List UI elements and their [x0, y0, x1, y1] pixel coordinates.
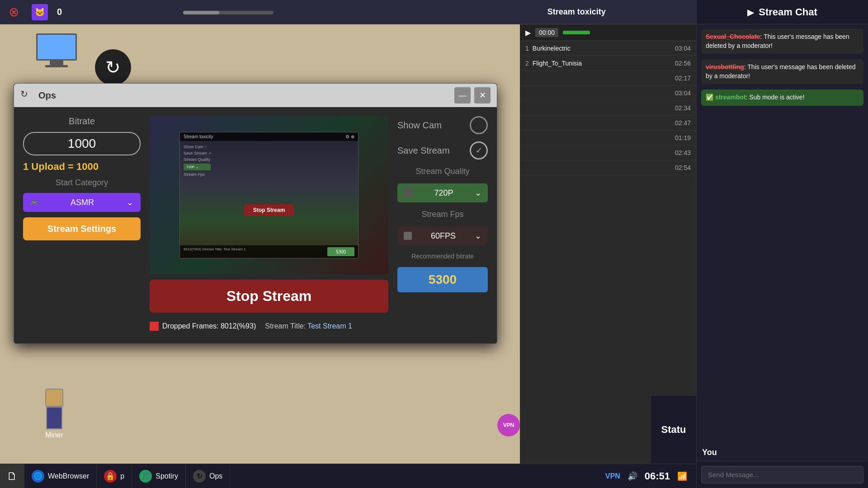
chat-play-icon: ▶	[747, 7, 754, 18]
p-app-icon: 🔒	[104, 470, 117, 483]
close-button[interactable]: ✕	[474, 87, 491, 103]
nested-quality-value: 720P ⌄	[184, 164, 211, 170]
dropped-frames-indicator	[150, 322, 159, 331]
main-area: ↻ Miner ▶ 00:00 1Burkinelectric 03:04 2F…	[0, 24, 696, 464]
dropped-frames: Dropped Frames: 8012(%93)	[150, 322, 256, 331]
miner-head	[45, 389, 63, 407]
stream-list-item-7[interactable]: 01:19	[520, 131, 696, 145]
taskbar-item-webbrowser[interactable]: 🌐 WebBrowser	[24, 464, 97, 488]
ops-window-controls: — ✕	[454, 87, 491, 103]
stream-list-play-icon[interactable]: ▶	[525, 28, 531, 37]
toxicity-bar-fill	[183, 11, 219, 14]
stream-title-label: Stream Title:	[265, 322, 307, 330]
ops-title-left: ↻ Ops	[20, 89, 56, 102]
dropped-frames-text: Dropped Frames: 8012(%93)	[162, 322, 256, 330]
stream-chat-header: ▶ Stream Chat	[697, 0, 868, 24]
stream-list-item-8[interactable]: 02:43	[520, 145, 696, 160]
stream-list-header: ▶ 00:00	[520, 24, 696, 41]
you-label: You	[697, 444, 868, 461]
stream-settings-button[interactable]: Stream Settings	[23, 217, 141, 240]
stream-list-item-2[interactable]: 2Flight_To_Tunisia 02:56	[520, 56, 696, 71]
nested-fps-bar: 5300	[327, 247, 354, 256]
vpn-tray-label[interactable]: VPN	[605, 472, 620, 480]
ops-right-panel: Show Cam Save Stream Stream Quality 720P…	[397, 116, 488, 334]
start-category-label: Start Category	[23, 178, 141, 188]
stream-chat-title: Stream Chat	[759, 6, 817, 18]
monitor-screen	[36, 33, 77, 61]
system-time: 06:51	[645, 470, 670, 482]
nested-bottom: 8012(%93) Stream Title: Test Stream 1 53…	[180, 245, 358, 258]
taskbar: 🗋 🌐 WebBrowser 🔒 p 🎵 Spotiry ↻ Ops	[0, 464, 696, 488]
stream-list-item-3[interactable]: 02:17	[520, 71, 696, 86]
recommended-bitrate-value: 5300	[397, 267, 488, 292]
recommended-label: Recommended bitrate	[397, 253, 488, 260]
chat-input-area[interactable]	[697, 461, 868, 488]
nested-topbar: Stream toxicity ⚙ ⊗	[180, 132, 358, 141]
status-label: Statu	[661, 424, 686, 436]
nested-icons: ⚙ ⊗	[345, 134, 354, 139]
ops-window: ↻ Ops — ✕ Bitrate 1 Upload = 1000 Start …	[14, 83, 497, 344]
nested-fps-label: Stream Fps	[184, 172, 354, 177]
stream-list-item-1[interactable]: 1Burkinelectric 03:04	[520, 41, 696, 56]
chat-input[interactable]	[701, 466, 863, 483]
quality-dropdown[interactable]: 720P ⌄	[397, 183, 488, 202]
chat-message-3: ✅ streambot: Sub mode is active!	[701, 89, 863, 106]
stream-list-item-4[interactable]: 03:04	[520, 86, 696, 101]
p-label: p	[120, 472, 124, 480]
fps-value: 60FPS	[431, 231, 456, 241]
chat-bubble-1: Sexual_Chocolate: This user's message ha…	[701, 29, 863, 54]
stream-fps-label: Stream Fps	[397, 210, 488, 219]
category-dropdown[interactable]: 🎮 ASMR ⌄	[23, 193, 141, 212]
chat-messages: Sexual_Chocolate: This user's message ha…	[697, 24, 868, 444]
fps-dropdown[interactable]: 60FPS ⌄	[397, 226, 488, 245]
dropdown-chevron-icon: ⌄	[127, 197, 133, 207]
quality-icon	[404, 188, 413, 197]
taskbar-item-p[interactable]: 🔒 p	[97, 464, 132, 488]
stream-list-item-5[interactable]: 02:34	[520, 101, 696, 116]
bitrate-input[interactable]	[23, 132, 141, 155]
status-section: Statu	[651, 396, 696, 464]
chat-bubble-2: virusbottling: This user's message has b…	[701, 59, 863, 84]
tray-misc-icon[interactable]: 📶	[677, 471, 687, 481]
minimize-button[interactable]: —	[454, 87, 471, 103]
taskbar-start-button[interactable]: 🗋	[0, 464, 24, 488]
miner-body	[46, 407, 62, 429]
chat-username-3: streambot	[715, 94, 746, 101]
vpn-label: VPN	[503, 422, 514, 428]
stream-progress-bar	[563, 31, 590, 34]
nested-stop-button[interactable]: Stop Stream	[244, 204, 294, 216]
stop-stream-button[interactable]: Stop Stream	[150, 280, 388, 313]
monitor-base	[45, 65, 68, 67]
ops-desktop-icon[interactable]: ↻	[95, 49, 131, 85]
stream-quality-label: Stream Quality	[397, 167, 488, 176]
nested-save-text: Save Stream ✓	[184, 151, 354, 155]
cat-icon: 🐱	[32, 4, 48, 20]
show-cam-label: Show Cam	[397, 120, 442, 131]
stream-list-item-6[interactable]: 02:47	[520, 116, 696, 131]
upload-rate: 1 Upload = 1000	[23, 161, 141, 173]
save-stream-row: Save Stream	[397, 141, 488, 160]
webbrowser-icon: 🌐	[32, 470, 44, 483]
save-stream-toggle[interactable]	[470, 141, 488, 160]
no-signal-icon: ⊗	[5, 3, 23, 21]
show-cam-toggle[interactable]	[470, 116, 488, 134]
nested-preview: Stream toxicity ⚙ ⊗ Show Cam ○ Save Stre…	[179, 132, 359, 258]
volume-icon[interactable]: 🔊	[627, 471, 637, 481]
taskbar-item-ops[interactable]: ↻ Ops	[186, 464, 230, 488]
chat-username-1: Sexual_Chocolate	[706, 33, 760, 40]
toxicity-bar	[183, 11, 274, 14]
taskbar-item-spotiry[interactable]: 🎵 Spotiry	[132, 464, 186, 488]
stream-list-item-9[interactable]: 02:54	[520, 160, 696, 175]
vpn-avatar[interactable]: VPN	[497, 414, 520, 436]
ops-content: Bitrate 1 Upload = 1000 Start Category 🎮…	[14, 107, 497, 343]
system-tray: VPN 🔊 06:51 📶	[596, 464, 696, 488]
ops-middle-panel: Stream toxicity ⚙ ⊗ Show Cam ○ Save Stre…	[150, 116, 388, 334]
ops-icon: ↻	[193, 470, 206, 483]
monitor-stand	[50, 61, 63, 65]
spotiry-icon: 🎵	[139, 470, 152, 483]
stream-preview: Stream toxicity ⚙ ⊗ Show Cam ○ Save Stre…	[150, 116, 388, 274]
chat-message-2: virusbottling: This user's message has b…	[701, 59, 863, 84]
nested-title: Stream toxicity	[184, 134, 213, 139]
top-bar-left: ⊗ 🐱 0	[0, 3, 386, 21]
spotiry-label: Spotiry	[156, 472, 178, 480]
